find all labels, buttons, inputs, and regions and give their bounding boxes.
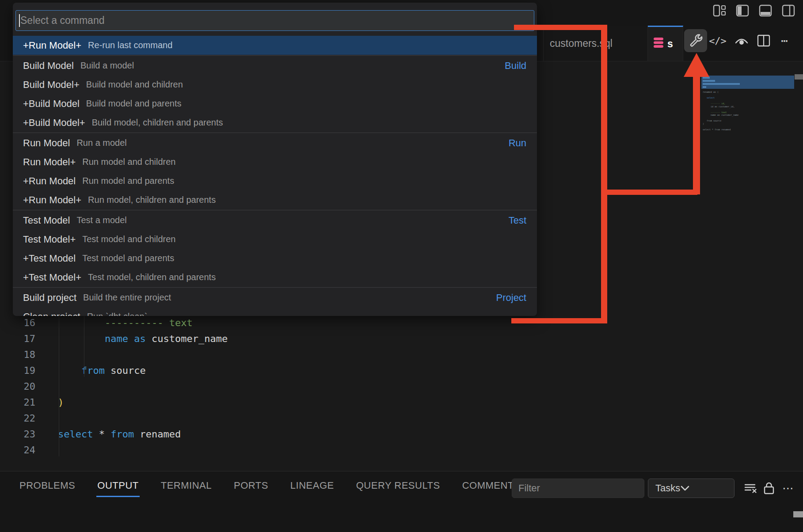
command-item[interactable]: +Run ModelRun model and parents [13,171,537,190]
command-description: Build model and children [86,80,183,90]
list-separator [13,133,537,133]
command-description: Run model and parents [82,176,174,186]
text-caret [19,14,20,27]
code-text: ---------- text [58,315,193,331]
command-group-badge: Test [509,215,526,226]
toggle-primary-sidebar-icon[interactable] [736,4,749,17]
line-number: 23 [0,426,35,442]
minimap-line: select * from renamed [703,128,738,131]
command-item[interactable]: +Build Model+Build model, children and p… [13,113,537,132]
command-item[interactable]: Test Model+Test model and children [13,230,537,249]
toggle-panel-icon[interactable] [759,4,772,17]
filter-input[interactable] [512,479,644,498]
command-description: Test model and children [82,234,175,244]
line-number: 20 [0,379,35,395]
annotation-line-middle [604,190,697,195]
bottom-panel: PROBLEMSOUTPUTTERMINALPORTSLINEAGEQUERY … [0,471,803,532]
minimap[interactable]: renamed as ( select ------- id, id as cu… [701,61,794,247]
panel-tab-problems[interactable]: PROBLEMS [19,474,76,497]
tab-customers-sql[interactable]: customers.sql [543,26,648,61]
command-label: Build Model+ [23,79,80,91]
chevron-down-icon [680,483,690,494]
command-item[interactable]: Build ModelBuild a modelBuild [13,56,537,75]
command-group-badge: Run [509,137,526,149]
command-label: +Build Model+ [23,117,85,129]
minimap-viewport[interactable] [701,76,794,89]
panel-tab-output[interactable]: OUTPUT [96,474,139,497]
clear-output-icon[interactable] [742,480,758,496]
lock-icon[interactable] [761,480,777,496]
code-line: 17 name as customer_name [0,331,663,347]
panel-scrollbar[interactable] [793,511,803,517]
command-description: Re-run last command [88,40,172,50]
preview-eye-icon[interactable] [733,29,750,52]
more-actions-icon[interactable]: ⋯ [776,29,794,52]
customize-layout-icon[interactable] [713,4,726,17]
command-label: Clean project [23,311,80,316]
command-label: Build project [23,292,76,304]
panel-more-icon[interactable]: ⋯ [780,480,796,496]
wrench-button[interactable] [684,29,707,52]
code-line: 21) [0,395,663,410]
command-label: +Test Model [23,253,76,264]
annotation-line-top [514,25,607,30]
line-number: 22 [0,410,35,426]
tasks-dropdown[interactable]: Tasks [648,479,734,498]
command-label: +Run Model+ [23,194,81,206]
list-separator [13,210,537,210]
command-label: Test Model [23,215,70,226]
line-number: 21 [0,395,35,410]
code-line: 18 [0,347,663,363]
minimap-code: renamed as ( select ------- id, id as cu… [703,91,738,131]
command-group-badge: Build [505,60,526,72]
tab-active-dbt[interactable]: s [648,26,683,61]
toggle-secondary-sidebar-icon[interactable] [782,4,795,17]
panel-tab-lineage[interactable]: LINEAGE [289,474,335,497]
annotation-arrow-shaft [693,76,700,194]
code-line: 20 [0,379,663,395]
command-item[interactable]: Build projectBuild the entire projectPro… [13,288,537,307]
command-item[interactable]: +Test ModelTest model and parents [13,249,537,268]
command-item[interactable]: +Build ModelBuild model and parents [13,94,537,113]
command-label: Build Model [23,60,74,72]
command-description: Test a model [76,215,126,225]
panel-tab-ports[interactable]: PORTS [233,474,269,497]
code-icon[interactable]: </> [709,29,727,52]
minimap-line [703,77,710,79]
code-text: from source [58,363,146,379]
editor-scrollbar[interactable] [795,74,803,80]
command-description: Run model, children and parents [88,195,216,205]
command-item[interactable]: Clean projectRun `dbt clean` [13,307,537,316]
code-text: select * from renamed [58,426,181,442]
code-text: name as customer_name [58,331,228,347]
annotation-arrow-head [684,53,709,77]
command-description: Build model, children and parents [92,118,223,128]
command-item[interactable]: +Test Model+Test model, children and par… [13,268,537,287]
command-label: +Run Model [23,175,76,187]
command-item[interactable]: Run ModelRun a modelRun [13,133,537,152]
command-description: Test model, children and parents [88,272,216,282]
list-separator [13,287,537,288]
command-item[interactable]: +Run Model+Run model, children and paren… [13,190,537,209]
split-editor-icon[interactable] [755,29,773,52]
database-icon [653,36,664,52]
command-item[interactable]: Run Model+Run model and children [13,152,537,171]
list-separator [13,55,537,56]
wrench-icon [688,32,703,49]
tasks-dropdown-label: Tasks [655,483,680,494]
command-list: +Run Model+Re-run last commandBuild Mode… [13,36,537,316]
panel-tabs: PROBLEMSOUTPUTTERMINALPORTSLINEAGEQUERY … [19,471,521,499]
command-item[interactable]: Test ModelTest a modelTest [13,211,537,230]
command-label: +Test Model+ [23,272,81,283]
panel-tab-query-results[interactable]: QUERY RESULTS [355,474,441,497]
code-line: 24 [0,442,663,458]
annotation-line-vertical [601,25,607,323]
command-item[interactable]: +Run Model+Re-run last command [13,36,537,55]
command-item[interactable]: Build Model+Build model and children [13,75,537,94]
indent-guide [84,315,84,377]
command-input[interactable] [15,10,534,31]
line-number: 24 [0,442,35,458]
line-number: 19 [0,363,35,379]
command-label: Run Model+ [23,156,76,168]
panel-tab-terminal[interactable]: TERMINAL [160,474,213,497]
